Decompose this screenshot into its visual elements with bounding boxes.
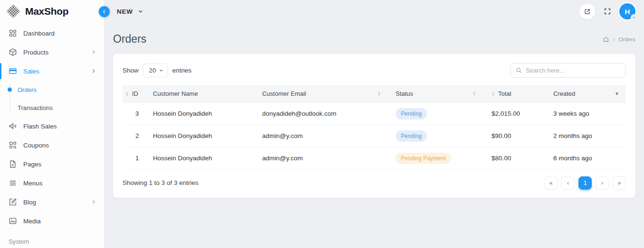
user-avatar[interactable]: H — [619, 3, 635, 19]
entries-label: entries — [172, 67, 192, 74]
sort-icon: ▲▼ — [125, 92, 129, 96]
table-footer: Showing 1 to 3 of 3 entries « ‹ 1 › » — [123, 176, 626, 190]
sidebar-subitem-label: Transactions — [18, 104, 53, 111]
new-label: NEW — [117, 8, 133, 15]
sidebar-item-label: Flash Sales — [23, 123, 57, 130]
sort-desc-icon: ▼ — [615, 91, 619, 96]
table-row[interactable]: 2 Hossein Donyadideh admin@y.com Pending… — [123, 125, 626, 147]
sidebar-subitem-transactions[interactable]: Transactions — [0, 99, 104, 117]
pagination-prev-button[interactable]: ‹ — [561, 176, 575, 190]
pagination-last-button[interactable]: » — [613, 176, 626, 190]
sales-submenu: Orders Transactions — [0, 81, 104, 117]
chevron-down-icon — [137, 8, 144, 15]
table-row[interactable]: 1 Hossein Donyadideh admin@y.com Pending… — [123, 147, 626, 169]
avatar-chevron-icon — [631, 14, 637, 21]
sidebar-collapse-button[interactable] — [99, 6, 110, 17]
page-header: Orders › Orders — [113, 23, 635, 54]
topbar-actions: H — [579, 3, 635, 19]
pagination-next-button[interactable]: › — [596, 176, 609, 190]
app-title: MaxShop — [25, 6, 68, 17]
sidebar-item-media[interactable]: Media — [0, 211, 104, 230]
sidebar-item-menus[interactable]: Menus — [0, 174, 104, 193]
sidebar: MaxShop Dashboard Products Sales — [0, 0, 104, 248]
pagination-page-1-button[interactable]: 1 — [578, 176, 592, 190]
orders-table: ▲▼ID Customer Name Customer Email ▲▼ Sta… — [123, 85, 626, 170]
entries-summary: Showing 1 to 3 of 3 entries — [123, 179, 199, 186]
breadcrumb-current: Orders — [619, 37, 635, 42]
sort-icon: ▲▼ — [473, 91, 476, 96]
fullscreen-button[interactable] — [599, 4, 615, 19]
search-icon — [515, 67, 522, 74]
chevron-right-icon — [91, 49, 96, 55]
image-icon — [9, 217, 17, 225]
cell-customer-name: Hossein Donyadideh — [148, 102, 257, 125]
status-badge: Pending Payment — [396, 153, 451, 164]
cell-created: 2 months ago — [544, 125, 626, 147]
sidebar-item-label: Media — [23, 218, 41, 225]
sidebar-item-products[interactable]: Products — [0, 43, 104, 62]
cell-status: Pending — [387, 102, 482, 125]
sidebar-item-pages[interactable]: Pages — [0, 155, 104, 174]
cell-customer-email: donyadideh@outlook.com — [257, 102, 387, 125]
column-header-customer-email[interactable]: Customer Email ▲▼ — [257, 85, 387, 102]
home-icon[interactable] — [603, 36, 609, 43]
sidebar-item-sales[interactable]: Sales — [0, 62, 104, 81]
sidebar-item-coupons[interactable]: Coupons — [0, 136, 104, 155]
pagination-first-button[interactable]: « — [544, 176, 558, 190]
active-dot — [8, 88, 12, 92]
breadcrumb-separator: › — [613, 37, 615, 42]
sidebar-item-label: Menus — [23, 180, 43, 187]
cell-status: Pending Payment — [387, 147, 482, 169]
pagination: « ‹ 1 › » — [544, 176, 626, 190]
chevron-left-icon — [102, 9, 107, 14]
cube-icon — [9, 48, 17, 56]
cell-created: 6 months ago — [544, 147, 626, 169]
column-header-created[interactable]: Created ▼ — [544, 85, 626, 102]
external-link-icon — [584, 8, 591, 15]
dashboard-icon — [9, 29, 17, 37]
sidebar-subitem-orders[interactable]: Orders — [0, 81, 104, 99]
sidebar-item-label: Sales — [23, 68, 39, 75]
sidebar-item-label: Pages — [23, 161, 41, 168]
chevron-right-icon — [91, 199, 96, 205]
page-size-control: Show 20 entries — [123, 64, 191, 77]
sidebar-item-flash-sales[interactable]: Flash Sales — [0, 117, 104, 136]
column-header-total[interactable]: ▲▼Total — [482, 85, 544, 102]
external-link-button[interactable] — [579, 4, 595, 19]
new-dropdown[interactable]: NEW — [117, 8, 144, 15]
cell-id: 1 — [123, 147, 148, 169]
cell-status: Pending — [387, 125, 482, 147]
cell-id: 2 — [123, 125, 148, 147]
megaphone-icon — [9, 122, 17, 130]
fullscreen-icon — [604, 8, 611, 15]
cell-total: $2,015.00 — [482, 102, 544, 125]
table-header-row: ▲▼ID Customer Name Customer Email ▲▼ Sta… — [123, 85, 626, 102]
breadcrumb: › Orders — [603, 36, 635, 43]
page-size-value: 20 — [149, 67, 156, 74]
page-size-select[interactable]: 20 — [143, 64, 168, 77]
sidebar-item-label: Dashboard — [23, 30, 55, 37]
cell-id: 3 — [123, 102, 148, 125]
column-header-customer-name[interactable]: Customer Name — [148, 85, 257, 102]
table-row[interactable]: 3 Hossein Donyadideh donyadideh@outlook.… — [123, 102, 626, 125]
sidebar-item-blog[interactable]: Blog — [0, 193, 104, 211]
sidebar-item-label: Coupons — [23, 142, 49, 149]
status-badge: Pending — [396, 130, 427, 142]
search-input[interactable] — [526, 67, 621, 74]
show-label: Show — [123, 67, 139, 74]
column-header-id[interactable]: ▲▼ID — [123, 85, 148, 102]
edit-icon — [9, 198, 17, 206]
sidebar-subitem-label: Orders — [18, 86, 37, 93]
qr-code-icon — [9, 141, 17, 149]
orders-card: Show 20 entries ▲▼ID — [113, 54, 635, 198]
credit-card-icon — [9, 67, 17, 75]
app-logo[interactable]: MaxShop — [0, 0, 104, 23]
sidebar-item-dashboard[interactable]: Dashboard — [0, 24, 104, 43]
sidebar-section-system: System — [0, 238, 104, 245]
column-header-status[interactable]: Status ▲▼ — [387, 85, 482, 102]
chevron-down-icon — [159, 68, 164, 73]
cell-created: 3 weeks ago — [544, 102, 626, 125]
cell-customer-email: admin@y.com — [257, 147, 387, 169]
document-icon — [9, 160, 17, 168]
table-controls: Show 20 entries — [123, 63, 626, 78]
